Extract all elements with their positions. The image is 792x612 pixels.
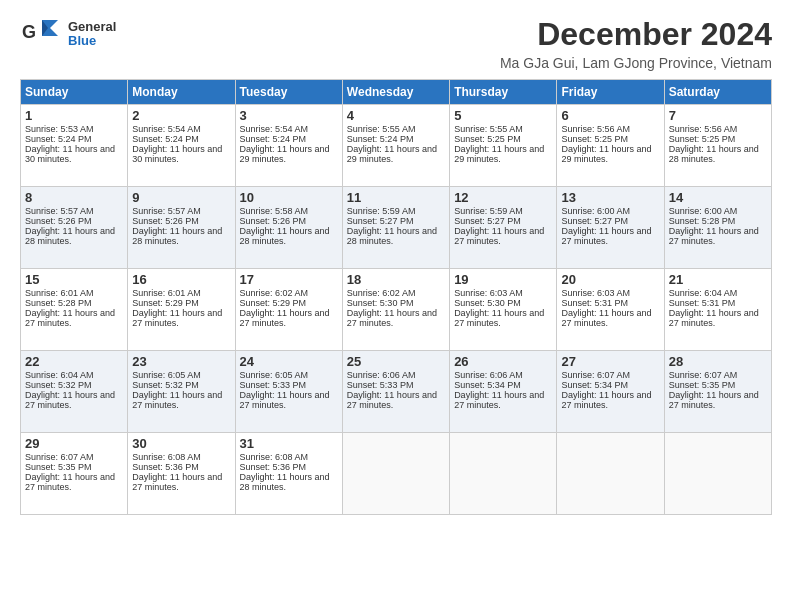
- sunset-time: Sunset: 5:26 PM: [240, 216, 338, 226]
- day-number: 17: [240, 272, 338, 287]
- sunrise-time: Sunrise: 5:58 AM: [240, 206, 338, 216]
- daylight-hours: Daylight: 11 hours and 27 minutes.: [561, 390, 659, 410]
- sunrise-time: Sunrise: 5:59 AM: [454, 206, 552, 216]
- sunrise-time: Sunrise: 5:54 AM: [240, 124, 338, 134]
- sunset-time: Sunset: 5:24 PM: [347, 134, 445, 144]
- day-number: 5: [454, 108, 552, 123]
- daylight-hours: Daylight: 11 hours and 28 minutes.: [669, 144, 767, 164]
- header: G General Blue December 2024 Ma GJa Gui,…: [20, 16, 772, 71]
- table-row: 14Sunrise: 6:00 AMSunset: 5:28 PMDayligh…: [664, 187, 771, 269]
- day-number: 10: [240, 190, 338, 205]
- sunrise-time: Sunrise: 5:57 AM: [25, 206, 123, 216]
- table-row: 23Sunrise: 6:05 AMSunset: 5:32 PMDayligh…: [128, 351, 235, 433]
- header-sunday: Sunday: [21, 80, 128, 105]
- sunset-time: Sunset: 5:34 PM: [454, 380, 552, 390]
- sunset-time: Sunset: 5:32 PM: [132, 380, 230, 390]
- table-row: 20Sunrise: 6:03 AMSunset: 5:31 PMDayligh…: [557, 269, 664, 351]
- sunrise-time: Sunrise: 6:03 AM: [561, 288, 659, 298]
- logo-general: General: [68, 20, 116, 34]
- sunset-time: Sunset: 5:35 PM: [25, 462, 123, 472]
- title-area: December 2024 Ma GJa Gui, Lam GJong Prov…: [500, 16, 772, 71]
- sunrise-time: Sunrise: 6:00 AM: [561, 206, 659, 216]
- table-row: 18Sunrise: 6:02 AMSunset: 5:30 PMDayligh…: [342, 269, 449, 351]
- daylight-hours: Daylight: 11 hours and 27 minutes.: [25, 308, 123, 328]
- sunset-time: Sunset: 5:25 PM: [454, 134, 552, 144]
- day-number: 20: [561, 272, 659, 287]
- daylight-hours: Daylight: 11 hours and 27 minutes.: [561, 308, 659, 328]
- sunset-time: Sunset: 5:24 PM: [25, 134, 123, 144]
- daylight-hours: Daylight: 11 hours and 28 minutes.: [347, 226, 445, 246]
- sunset-time: Sunset: 5:33 PM: [347, 380, 445, 390]
- daylight-hours: Daylight: 11 hours and 27 minutes.: [347, 390, 445, 410]
- day-number: 22: [25, 354, 123, 369]
- logo-blue: Blue: [68, 34, 116, 48]
- daylight-hours: Daylight: 11 hours and 27 minutes.: [347, 308, 445, 328]
- table-row: 21Sunrise: 6:04 AMSunset: 5:31 PMDayligh…: [664, 269, 771, 351]
- daylight-hours: Daylight: 11 hours and 27 minutes.: [240, 390, 338, 410]
- subtitle: Ma GJa Gui, Lam GJong Province, Vietnam: [500, 55, 772, 71]
- sunrise-time: Sunrise: 6:00 AM: [669, 206, 767, 216]
- header-friday: Friday: [557, 80, 664, 105]
- weekday-header-row: Sunday Monday Tuesday Wednesday Thursday…: [21, 80, 772, 105]
- day-number: 31: [240, 436, 338, 451]
- sunset-time: Sunset: 5:34 PM: [561, 380, 659, 390]
- table-row: 17Sunrise: 6:02 AMSunset: 5:29 PMDayligh…: [235, 269, 342, 351]
- table-row: 2Sunrise: 5:54 AMSunset: 5:24 PMDaylight…: [128, 105, 235, 187]
- sunrise-time: Sunrise: 6:02 AM: [240, 288, 338, 298]
- day-number: 18: [347, 272, 445, 287]
- sunset-time: Sunset: 5:26 PM: [132, 216, 230, 226]
- daylight-hours: Daylight: 11 hours and 27 minutes.: [669, 226, 767, 246]
- sunset-time: Sunset: 5:27 PM: [347, 216, 445, 226]
- table-row: [664, 433, 771, 515]
- sunset-time: Sunset: 5:31 PM: [561, 298, 659, 308]
- table-row: 8Sunrise: 5:57 AMSunset: 5:26 PMDaylight…: [21, 187, 128, 269]
- daylight-hours: Daylight: 11 hours and 28 minutes.: [240, 472, 338, 492]
- table-row: 13Sunrise: 6:00 AMSunset: 5:27 PMDayligh…: [557, 187, 664, 269]
- daylight-hours: Daylight: 11 hours and 29 minutes.: [561, 144, 659, 164]
- table-row: 10Sunrise: 5:58 AMSunset: 5:26 PMDayligh…: [235, 187, 342, 269]
- sunset-time: Sunset: 5:36 PM: [240, 462, 338, 472]
- table-row: 25Sunrise: 6:06 AMSunset: 5:33 PMDayligh…: [342, 351, 449, 433]
- day-number: 30: [132, 436, 230, 451]
- logo: G General Blue: [20, 16, 116, 52]
- daylight-hours: Daylight: 11 hours and 28 minutes.: [25, 226, 123, 246]
- day-number: 21: [669, 272, 767, 287]
- table-row: [557, 433, 664, 515]
- sunrise-time: Sunrise: 5:59 AM: [347, 206, 445, 216]
- daylight-hours: Daylight: 11 hours and 27 minutes.: [25, 390, 123, 410]
- day-number: 12: [454, 190, 552, 205]
- calendar-week-row: 15Sunrise: 6:01 AMSunset: 5:28 PMDayligh…: [21, 269, 772, 351]
- sunrise-time: Sunrise: 6:05 AM: [240, 370, 338, 380]
- sunrise-time: Sunrise: 6:07 AM: [25, 452, 123, 462]
- sunset-time: Sunset: 5:30 PM: [454, 298, 552, 308]
- sunset-time: Sunset: 5:27 PM: [454, 216, 552, 226]
- daylight-hours: Daylight: 11 hours and 29 minutes.: [347, 144, 445, 164]
- table-row: 22Sunrise: 6:04 AMSunset: 5:32 PMDayligh…: [21, 351, 128, 433]
- table-row: 5Sunrise: 5:55 AMSunset: 5:25 PMDaylight…: [450, 105, 557, 187]
- calendar-week-row: 8Sunrise: 5:57 AMSunset: 5:26 PMDaylight…: [21, 187, 772, 269]
- table-row: [342, 433, 449, 515]
- sunrise-time: Sunrise: 6:07 AM: [561, 370, 659, 380]
- day-number: 6: [561, 108, 659, 123]
- sunset-time: Sunset: 5:27 PM: [561, 216, 659, 226]
- sunset-time: Sunset: 5:28 PM: [25, 298, 123, 308]
- sunrise-time: Sunrise: 5:53 AM: [25, 124, 123, 134]
- sunset-time: Sunset: 5:32 PM: [25, 380, 123, 390]
- day-number: 13: [561, 190, 659, 205]
- daylight-hours: Daylight: 11 hours and 29 minutes.: [454, 144, 552, 164]
- day-number: 16: [132, 272, 230, 287]
- sunrise-time: Sunrise: 6:08 AM: [132, 452, 230, 462]
- day-number: 23: [132, 354, 230, 369]
- calendar-table: Sunday Monday Tuesday Wednesday Thursday…: [20, 79, 772, 515]
- table-row: 24Sunrise: 6:05 AMSunset: 5:33 PMDayligh…: [235, 351, 342, 433]
- daylight-hours: Daylight: 11 hours and 27 minutes.: [454, 390, 552, 410]
- table-row: 7Sunrise: 5:56 AMSunset: 5:25 PMDaylight…: [664, 105, 771, 187]
- table-row: 6Sunrise: 5:56 AMSunset: 5:25 PMDaylight…: [557, 105, 664, 187]
- sunset-time: Sunset: 5:29 PM: [240, 298, 338, 308]
- table-row: 31Sunrise: 6:08 AMSunset: 5:36 PMDayligh…: [235, 433, 342, 515]
- daylight-hours: Daylight: 11 hours and 27 minutes.: [240, 308, 338, 328]
- table-row: 26Sunrise: 6:06 AMSunset: 5:34 PMDayligh…: [450, 351, 557, 433]
- day-number: 15: [25, 272, 123, 287]
- calendar-week-row: 1Sunrise: 5:53 AMSunset: 5:24 PMDaylight…: [21, 105, 772, 187]
- daylight-hours: Daylight: 11 hours and 27 minutes.: [454, 226, 552, 246]
